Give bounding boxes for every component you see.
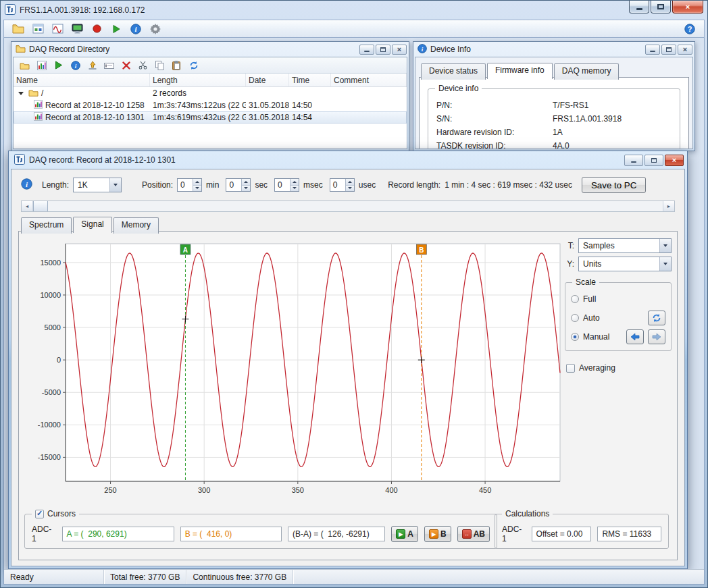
tab-signal[interactable]: Signal (73, 217, 111, 233)
record-row[interactable]: Record at 2018-12-10 1258 1m:3s:743ms:12… (14, 99, 407, 111)
close-button[interactable]: × (672, 1, 703, 14)
folder-icon[interactable] (19, 59, 30, 71)
spin-up-icon[interactable] (290, 179, 299, 185)
spin-up-icon[interactable] (346, 179, 354, 185)
t-axis-combobox[interactable]: Samples (578, 238, 672, 253)
y-axis-combobox[interactable]: Units (578, 257, 672, 271)
info-icon[interactable]: i (128, 22, 144, 36)
spin-down-icon[interactable] (290, 185, 299, 192)
scrollbar-thumb[interactable] (33, 201, 48, 211)
position-msec-spinner[interactable]: 0 (274, 178, 299, 192)
record-tab-strip: Spectrum Signal Memory (21, 217, 160, 233)
spin-down-icon[interactable] (193, 185, 201, 192)
position-sec-spinner[interactable]: 0 (226, 178, 251, 192)
record-info-icon[interactable]: i (70, 59, 81, 71)
scale-auto-label: Auto (583, 313, 600, 323)
tree-expander-icon[interactable] (18, 92, 24, 95)
device-minimize-button[interactable] (645, 45, 660, 55)
daq-setup-icon[interactable] (30, 22, 46, 36)
averaging-checkbox[interactable] (566, 364, 575, 373)
column-name[interactable]: Name (14, 74, 150, 86)
scale-right-arrow-button[interactable] (648, 329, 665, 344)
root-folder-row[interactable]: / 2 records (14, 87, 407, 99)
position-usec-spinner[interactable]: 0 (330, 178, 355, 192)
directory-minimize-button[interactable] (359, 45, 374, 55)
cut-icon[interactable] (137, 59, 149, 71)
radio-full[interactable] (571, 295, 579, 303)
tab-firmware-info[interactable]: Firmware info (487, 63, 553, 79)
record-row-selected[interactable]: Record at 2018-12-10 1301 1m:4s:619ms:43… (14, 111, 407, 124)
tab-spectrum[interactable]: Spectrum (21, 217, 72, 234)
device-close-button[interactable]: × (678, 45, 692, 55)
column-comment[interactable]: Comment (331, 74, 407, 86)
open-file-icon[interactable] (10, 22, 26, 36)
goto-cursor-ab-button[interactable]: ↔ AB (457, 526, 490, 542)
chevron-down-icon[interactable] (659, 257, 671, 271)
directory-titlebar[interactable]: DAQ Record Directory × (11, 42, 409, 57)
maximize-button[interactable] (651, 1, 671, 14)
field-value: FRS1.1A.001.3918 (553, 114, 672, 124)
scroll-left-icon[interactable]: ◄ (22, 201, 33, 211)
averaging-option[interactable]: Averaging (565, 363, 672, 373)
column-time[interactable]: Time (289, 74, 331, 86)
copy-icon[interactable] (154, 59, 166, 71)
record-maximize-button[interactable] (644, 155, 663, 166)
signal-setup-icon[interactable] (49, 22, 66, 36)
cursors-checkbox[interactable] (35, 510, 44, 518)
record-minimize-button[interactable] (624, 155, 643, 166)
column-date[interactable]: Date (246, 74, 289, 86)
tab-memory[interactable]: Memory (113, 217, 159, 234)
directory-maximize-button[interactable] (376, 45, 390, 55)
records-chart-icon[interactable] (36, 59, 47, 71)
chevron-down-icon[interactable] (659, 239, 671, 252)
svg-text:15000: 15000 (40, 259, 61, 267)
delete-record-icon[interactable] (120, 59, 132, 71)
rename-record-icon[interactable] (103, 59, 115, 71)
save-to-pc-button[interactable]: Save to PC (582, 177, 646, 193)
main-titlebar[interactable]: FRS1.1A.001.3918: 192.168.0.172 × (1, 1, 707, 20)
position-min-spinner[interactable]: 0 (177, 178, 202, 192)
record-titlebar[interactable]: DAQ record: Record at 2018-12-10 1301 × (9, 151, 687, 169)
auto-rescale-button[interactable] (648, 311, 665, 325)
scale-option-full[interactable]: Full (571, 291, 665, 307)
scroll-right-icon[interactable]: ► (663, 201, 674, 211)
sec-unit-label: sec (255, 180, 268, 190)
length-combobox[interactable]: 1K (73, 178, 122, 192)
scrollbar-track[interactable] (48, 201, 663, 211)
spin-down-icon[interactable] (242, 185, 250, 192)
radio-auto[interactable] (571, 314, 579, 322)
goto-cursor-a-button[interactable]: ▶ A (391, 526, 418, 542)
radio-manual[interactable] (571, 333, 579, 341)
chevron-down-icon[interactable] (109, 178, 121, 192)
scale-full-label: Full (583, 294, 596, 304)
tab-daq-memory[interactable]: DAQ memory (554, 63, 620, 80)
scale-left-arrow-button[interactable] (626, 329, 644, 344)
column-length[interactable]: Length (150, 74, 246, 86)
spin-up-icon[interactable] (193, 179, 201, 185)
paste-icon[interactable] (171, 59, 182, 71)
device-maximize-button[interactable] (661, 45, 676, 55)
offset-readout: Offset = 0.00 (532, 527, 592, 541)
record-position-scrollbar[interactable]: ◄ ► (21, 201, 675, 212)
tab-device-status[interactable]: Device status (421, 63, 486, 80)
goto-cursor-b-button[interactable]: ▶ B (424, 526, 451, 542)
spin-down-icon[interactable] (346, 185, 354, 192)
record-icon[interactable] (88, 22, 105, 36)
monitor-icon[interactable] (69, 22, 85, 36)
device-titlebar[interactable]: i Device Info × (413, 42, 694, 57)
record-info-icon[interactable]: i (21, 178, 32, 192)
min-unit-label: min (206, 180, 219, 190)
directory-close-button[interactable]: × (392, 45, 407, 55)
settings-gear-icon[interactable] (147, 22, 163, 36)
scale-option-auto[interactable]: Auto (571, 310, 665, 326)
scale-option-manual[interactable]: Manual (571, 329, 665, 345)
play-icon[interactable] (108, 22, 124, 36)
play-record-icon[interactable] (53, 59, 64, 71)
refresh-icon[interactable] (188, 59, 199, 71)
signal-chart[interactable]: 150001000050000-5000-10000-1500025030035… (20, 234, 564, 499)
spin-up-icon[interactable] (242, 179, 250, 185)
export-record-icon[interactable] (86, 59, 98, 71)
minimize-button[interactable] (629, 1, 649, 14)
record-close-button[interactable]: × (665, 155, 684, 166)
help-icon[interactable]: ? (682, 22, 698, 36)
